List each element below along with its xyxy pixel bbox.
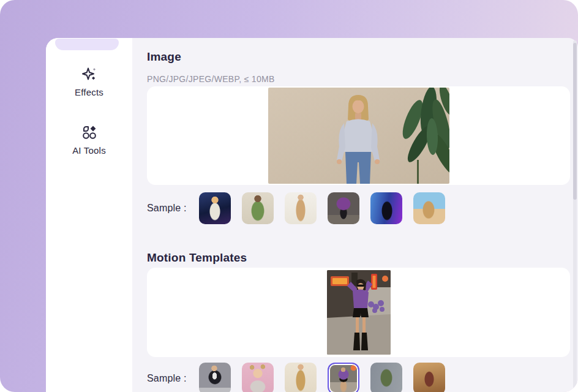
ai-tools-icon (80, 123, 99, 141)
sidebar-highlight-pill (55, 39, 119, 50)
sample-thumb-green-jacket[interactable] (370, 363, 402, 392)
sample-thumb-pink-girl[interactable] (242, 363, 274, 392)
motion-section-title: Motion Templates (147, 251, 247, 265)
sparkles-icon (80, 65, 99, 83)
sample-thumb-gym-purple[interactable] (328, 192, 359, 224)
sidebar-item-ai-tools-label: AI Tools (72, 145, 106, 156)
image-section-title: Image (147, 50, 181, 64)
app-canvas: Effects AI Tools Image PNG/JPG/JPEG/WEBP… (0, 0, 578, 392)
sample-thumb-gold-dress[interactable] (285, 363, 317, 392)
image-format-hint: PNG/JPG/JPEG/WEBP, ≤ 10MB (147, 74, 275, 84)
sample-thumb-street-kid[interactable] (199, 363, 231, 392)
sidebar: Effects AI Tools (46, 38, 132, 392)
scrollbar-thumb[interactable] (573, 43, 577, 200)
sample-thumb-neon-blue-man[interactable] (370, 192, 402, 224)
sample-thumb-purple-street[interactable] (328, 363, 359, 392)
uploaded-image-preview (268, 88, 449, 184)
motion-template-panel[interactable] (147, 268, 570, 357)
sample-thumb-child-green-costume[interactable] (242, 192, 274, 224)
sidebar-item-effects-label: Effects (75, 87, 103, 97)
sample-thumb-beach-dog[interactable] (413, 192, 445, 224)
motion-sample-thumbnails (199, 363, 445, 392)
sample-thumb-desert-red[interactable] (413, 363, 445, 392)
motion-template-preview (327, 270, 391, 355)
image-sample-label: Sample : (147, 203, 187, 214)
sidebar-item-effects[interactable]: Effects (46, 65, 132, 97)
image-upload-panel[interactable] (147, 86, 570, 185)
sample-thumb-gold-outfit[interactable] (285, 192, 317, 224)
motion-sample-label: Sample : (147, 373, 187, 384)
sample-thumb-astronaut-cat[interactable] (199, 192, 231, 224)
sidebar-item-ai-tools[interactable]: AI Tools (46, 123, 132, 156)
image-sample-thumbnails (199, 192, 445, 224)
